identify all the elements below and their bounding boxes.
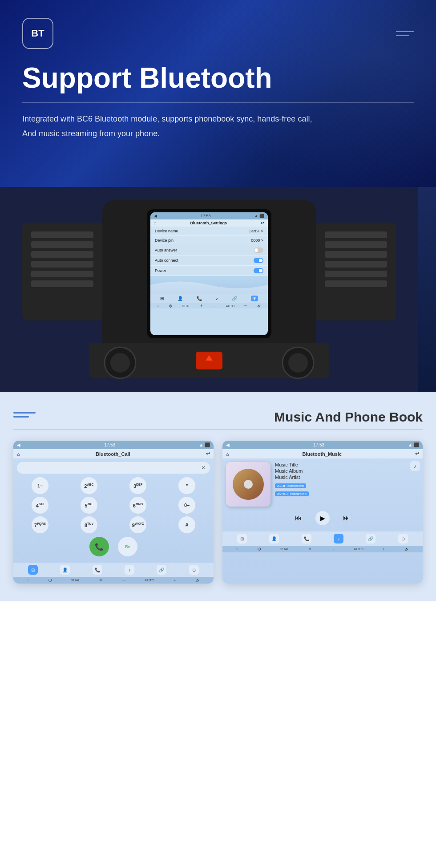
hero-section: BT Support Bluetooth Integrated with BC6… <box>0 0 436 187</box>
key-7[interactable]: 7PQRS <box>32 516 48 533</box>
return-icon: ↩ <box>261 221 264 225</box>
call-return-icon: ↩ <box>206 451 210 457</box>
svg-point-20 <box>110 353 130 373</box>
svg-rect-10 <box>325 241 387 248</box>
music-artist: Music Artist <box>275 475 419 480</box>
phone-tab[interactable]: 📞 <box>93 565 102 575</box>
track-info: Music Title Music Album Music Artist A2D… <box>275 462 419 507</box>
album-art <box>226 462 270 507</box>
dialer-actions: 📞 Re <box>17 537 210 556</box>
key-9[interactable]: 9WXYZ <box>129 516 146 533</box>
device-pin-label: Device pin <box>155 238 174 243</box>
music-system-bar: ⌂ ⏻ DUAL ❄ ↔ AUTO ↩ 🔊 <box>222 546 423 552</box>
music-phone-tab[interactable]: 📞 <box>302 534 311 544</box>
phone-icon[interactable]: 📞 <box>197 296 202 301</box>
svg-rect-7 <box>31 280 93 287</box>
redial-button[interactable]: Re <box>118 537 137 556</box>
bluetooth-settings-screen: ◀ 17:53 ▲ ⬛ ⌂ Bluetooth_Settings ↩ Devic… <box>150 212 268 335</box>
line-2 <box>13 416 29 418</box>
call-screen-content: ✕ 1– 2ABC 3DEF * 4GHI 5JKL 6MNO 0– 7PQRS… <box>13 458 214 560</box>
auto-connect-toggle[interactable] <box>254 258 263 263</box>
music-music-tab[interactable]: ♪ <box>334 534 343 544</box>
music-info-row: Music Title Music Album Music Artist A2D… <box>226 462 419 507</box>
music-screen-time: 17:53 <box>313 442 324 447</box>
power-toggle[interactable] <box>254 268 263 273</box>
dialer-grid: 1– 2ABC 3DEF * 4GHI 5JKL 6MNO 0– 7PQRS 8… <box>17 477 210 533</box>
auto-connect-label: Auto connect <box>155 258 178 263</box>
hero-top-bar: BT <box>22 18 414 49</box>
key-1[interactable]: 1– <box>32 477 48 494</box>
screen-time: 17:53 <box>201 214 211 218</box>
section-header: Music And Phone Book <box>13 410 423 425</box>
link-tab[interactable]: 🔗 <box>157 565 166 575</box>
hero-description: Integrated with BC6 Bluetooth module, su… <box>22 112 325 141</box>
key-8[interactable]: 8TUV <box>81 516 97 533</box>
svg-rect-6 <box>31 271 93 277</box>
music-screen-status-bar: ◀ 17:53 ▲ ⬛ <box>222 441 423 449</box>
bottom-section: Music And Phone Book ◀ 17:53 ▲ ⬛ ⌂ Bluet… <box>0 392 436 601</box>
music-settings-tab[interactable]: ⊙ <box>398 534 408 544</box>
apps-icon[interactable]: ⊞ <box>160 296 164 301</box>
svg-rect-12 <box>325 261 387 268</box>
music-controls: ⏮ ▶ ⏭ <box>226 511 419 525</box>
svg-rect-4 <box>31 251 93 258</box>
key-2[interactable]: 2ABC <box>81 477 97 494</box>
page-title: Support Bluetooth <box>22 62 414 93</box>
music-screen-content: ♪ Music Title Music Album Music Artist A… <box>222 458 423 529</box>
line-1 <box>13 412 36 414</box>
svg-rect-14 <box>325 280 387 287</box>
call-screen-status-bar: ◀ 17:53 ▲ ⬛ <box>13 441 214 449</box>
section-divider <box>13 429 423 430</box>
device-name-label: Device name <box>155 229 178 233</box>
prev-button[interactable]: ⏮ <box>295 514 302 522</box>
key-5[interactable]: 5JKL <box>81 497 97 514</box>
music-icon[interactable]: ♪ <box>216 296 218 301</box>
key-6[interactable]: 6MNO <box>129 497 146 514</box>
disc-center <box>244 480 253 489</box>
key-4[interactable]: 4GHI <box>32 497 48 514</box>
music-home-icon: ⌂ <box>226 451 229 457</box>
contacts-icon[interactable]: 👤 <box>178 296 183 301</box>
menu-line-2 <box>396 35 409 36</box>
call-button[interactable]: 📞 <box>89 537 109 556</box>
auto-answer-toggle[interactable] <box>254 247 263 253</box>
call-home-icon: ⌂ <box>17 451 20 457</box>
music-screen-title: Bluetooth_Music <box>303 451 342 457</box>
call-system-bar: ⌂ ⏻ DUAL ❄ ↔ AUTO ↩ 🔊 <box>13 577 214 584</box>
menu-line-1 <box>396 31 414 32</box>
dialer-input[interactable]: ✕ <box>17 462 210 474</box>
music-return-icon: ↩ <box>415 451 419 457</box>
key-3[interactable]: 3DEF <box>129 477 146 494</box>
screen-title: Bluetooth_Settings <box>190 221 227 225</box>
contacts-tab[interactable]: 👤 <box>60 565 70 575</box>
music-apps-tab[interactable]: ⊞ <box>237 534 247 544</box>
next-button[interactable]: ⏭ <box>343 514 350 522</box>
svg-rect-2 <box>31 231 93 238</box>
music-screen-title-bar: ⌂ Bluetooth_Music ↩ <box>222 449 423 458</box>
decorative-lines <box>13 412 36 418</box>
music-screen: ◀ 17:53 ▲ ⬛ ⌂ Bluetooth_Music ↩ ♪ <box>222 441 423 584</box>
hero-divider <box>22 102 414 103</box>
play-button[interactable]: ▶ <box>315 511 330 525</box>
eye-icon[interactable]: 👁 <box>251 296 258 301</box>
apps-tab[interactable]: ⊞ <box>28 565 38 575</box>
menu-button[interactable] <box>396 31 414 36</box>
key-star[interactable]: * <box>178 477 195 494</box>
music-bottom-bar: ⊞ 👤 📞 ♪ 🔗 ⊙ <box>222 531 423 546</box>
section-title: Music And Phone Book <box>274 410 423 425</box>
music-note-badge: ♪ <box>410 461 420 471</box>
key-hash[interactable]: # <box>178 516 195 533</box>
power-label: Power <box>155 268 166 273</box>
call-back-arrow: ◀ <box>17 442 20 447</box>
key-0[interactable]: 0– <box>178 497 195 514</box>
phones-row: ◀ 17:53 ▲ ⬛ ⌂ Bluetooth_Call ↩ ✕ 1– 2ABC… <box>13 441 423 584</box>
call-screen-time: 17:53 <box>104 442 115 447</box>
link-icon[interactable]: 🔗 <box>232 296 237 301</box>
music-contacts-tab[interactable]: 👤 <box>269 534 279 544</box>
music-back-arrow: ◀ <box>226 442 230 447</box>
music-tab[interactable]: ♪ <box>125 565 134 575</box>
music-title: Music Title <box>275 462 419 467</box>
settings-tab[interactable]: ⊙ <box>189 565 199 575</box>
call-screen: ◀ 17:53 ▲ ⬛ ⌂ Bluetooth_Call ↩ ✕ 1– 2ABC… <box>13 441 214 584</box>
music-link-tab[interactable]: 🔗 <box>366 534 375 544</box>
